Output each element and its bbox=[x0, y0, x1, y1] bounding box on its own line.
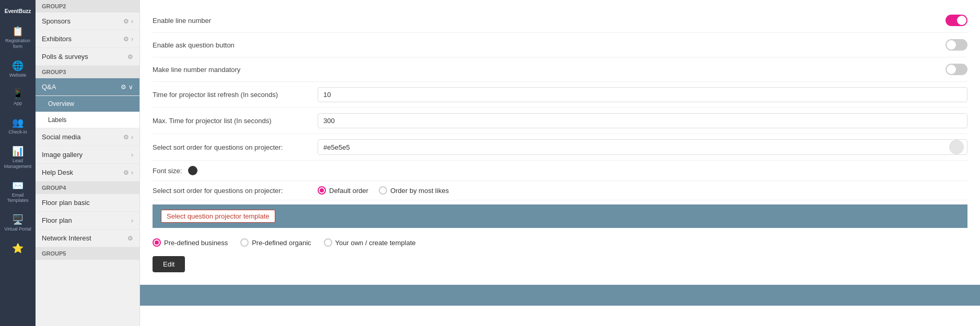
color-field-label-sort-order: Select sort order for questions on proje… bbox=[153, 143, 309, 151]
field-input-projector-max-time[interactable] bbox=[318, 113, 967, 128]
arrow-icon-help-desk: › bbox=[131, 169, 133, 176]
field-row-projector-refresh: Time for projector list refresh (In seco… bbox=[153, 82, 967, 108]
sidebar-item-help-desk[interactable]: Help Desk ⚙ › bbox=[36, 164, 139, 182]
toggle-make-line-mandatory[interactable] bbox=[946, 64, 967, 75]
color-row-sort-order: Select sort order for questions on proje… bbox=[153, 134, 967, 161]
sub-item-label-overview: Overview bbox=[48, 100, 74, 107]
nav-label-virtual-portal: Virtual Portal bbox=[4, 226, 31, 232]
radio-option-predefined-organic[interactable]: Pre-defined organic bbox=[240, 238, 311, 247]
radio-label-your-own: Your own / create template bbox=[335, 239, 416, 247]
gear-icon-polls[interactable]: ⚙ bbox=[127, 53, 133, 61]
group2-header: GROUP2 bbox=[36, 0, 139, 13]
nav-label-lead-management: Lead Management bbox=[2, 158, 33, 170]
sidebar-item-social-media[interactable]: Social media ⚙ › bbox=[36, 128, 139, 146]
sidebar-label-qa: Q&A bbox=[42, 83, 56, 91]
nav-item-website[interactable]: 🌐 Website bbox=[0, 55, 36, 83]
star-icon: ⭐ bbox=[12, 243, 24, 254]
toggle-row-make-line-mandatory: Make line number mandatory bbox=[153, 57, 967, 82]
radio-option-most-likes[interactable]: Order by most likes bbox=[379, 186, 449, 195]
sidebar-item-image-gallery[interactable]: Image gallery › bbox=[36, 146, 139, 164]
sidebar: GROUP2 Sponsors ⚙ › Exhibitors ⚙ › Polls… bbox=[36, 0, 140, 326]
virtual-portal-icon: 🖥️ bbox=[12, 214, 24, 225]
radio-option-default-order[interactable]: Default order bbox=[318, 186, 368, 195]
app-logo: EventBuzz bbox=[3, 4, 33, 18]
toggle-row-enable-line-number: Enable line number bbox=[153, 8, 967, 33]
font-size-row: Font size: bbox=[153, 161, 967, 181]
gear-icon-sponsors[interactable]: ⚙ bbox=[123, 18, 129, 25]
email-templates-icon: ✉️ bbox=[12, 180, 24, 191]
nav-label-app: App bbox=[14, 101, 22, 106]
sidebar-item-polls-surveys[interactable]: Polls & surveys ⚙ bbox=[36, 48, 139, 66]
radio-circle-your-own bbox=[324, 238, 332, 247]
color-input-wrapper bbox=[318, 139, 967, 155]
sidebar-label-help-desk: Help Desk bbox=[42, 168, 73, 176]
field-label-projector-max-time: Max. Time for projector list (In seconds… bbox=[153, 117, 309, 125]
nav-label-email-templates: Email Templates bbox=[2, 192, 33, 204]
nav-item-lead-management[interactable]: 📊 Lead Management bbox=[0, 140, 36, 175]
nav-item-star[interactable]: ⭐ bbox=[0, 237, 36, 260]
color-circle[interactable] bbox=[949, 140, 964, 154]
nav-item-check-in[interactable]: 👥 Check-in bbox=[0, 112, 36, 140]
toggle-label-enable-line-number: Enable line number bbox=[153, 17, 211, 25]
toggle-enable-line-number[interactable] bbox=[946, 15, 967, 26]
arrow-icon-social-media: › bbox=[131, 134, 133, 141]
radio-label-most-likes: Order by most likes bbox=[390, 187, 449, 195]
section-header-projector-template: Select question projector template bbox=[153, 204, 967, 228]
sidebar-item-qa[interactable]: Q&A ⚙ ∨ bbox=[36, 78, 139, 96]
left-navigation: EventBuzz 📋 Registration form 🌐 Website … bbox=[0, 0, 36, 326]
sidebar-sub-item-overview[interactable]: Overview bbox=[36, 96, 139, 112]
color-input-sort-order[interactable] bbox=[318, 140, 949, 154]
sidebar-item-sponsors[interactable]: Sponsors ⚙ › bbox=[36, 13, 139, 30]
sidebar-label-exhibitors: Exhibitors bbox=[42, 35, 72, 43]
sidebar-item-network-interest[interactable]: Network Interest ⚙ bbox=[36, 230, 139, 247]
template-radio-row: Pre-defined business Pre-defined organic… bbox=[153, 232, 967, 253]
arrow-icon-sponsors: › bbox=[131, 18, 133, 25]
gear-icon-qa[interactable]: ⚙ bbox=[121, 83, 126, 91]
toggle-enable-ask-question[interactable] bbox=[946, 39, 967, 51]
group3-header: GROUP3 bbox=[36, 66, 139, 78]
nav-item-registration-form[interactable]: 📋 Registration form bbox=[0, 20, 36, 55]
sidebar-item-exhibitors[interactable]: Exhibitors ⚙ › bbox=[36, 30, 139, 48]
field-input-projector-refresh[interactable] bbox=[318, 87, 967, 102]
sub-item-label-labels: Labels bbox=[48, 116, 66, 124]
sort-order-radio-group: Default order Order by most likes bbox=[318, 186, 449, 195]
radio-label-predefined-business: Pre-defined business bbox=[164, 239, 228, 247]
gear-icon-exhibitors[interactable]: ⚙ bbox=[123, 35, 129, 43]
group5-header: GROUP5 bbox=[36, 247, 139, 260]
check-in-icon: 👥 bbox=[12, 117, 24, 128]
nav-item-app[interactable]: 📱 App bbox=[0, 83, 36, 112]
group4-header: GROUP4 bbox=[36, 182, 139, 194]
nav-label-registration: Registration form bbox=[2, 38, 33, 50]
font-size-label: Font size: bbox=[153, 167, 182, 175]
field-row-projector-max-time: Max. Time for projector list (In seconds… bbox=[153, 108, 967, 134]
toggle-knob-enable-line-number bbox=[957, 16, 966, 25]
radio-circle-most-likes bbox=[379, 186, 387, 195]
nav-item-virtual-portal[interactable]: 🖥️ Virtual Portal bbox=[0, 209, 36, 237]
app-icon: 📱 bbox=[12, 88, 24, 100]
section-header-title: Select question projector template bbox=[161, 210, 275, 223]
sidebar-sub-item-labels[interactable]: Labels bbox=[36, 112, 139, 128]
toggle-label-make-line-mandatory: Make line number mandatory bbox=[153, 66, 240, 74]
gear-icon-social-media[interactable]: ⚙ bbox=[123, 134, 129, 141]
edit-button[interactable]: Edit bbox=[153, 256, 185, 272]
gear-icon-help-desk[interactable]: ⚙ bbox=[123, 169, 129, 176]
toggle-row-enable-ask-question: Enable ask question button bbox=[153, 33, 967, 57]
sidebar-label-floor-plan-basic: Floor plan basic bbox=[42, 199, 90, 207]
sidebar-item-floor-plan[interactable]: Floor plan › bbox=[36, 212, 139, 230]
sidebar-item-floor-plan-basic[interactable]: Floor plan basic bbox=[36, 194, 139, 212]
gear-icon-network-interest[interactable]: ⚙ bbox=[127, 235, 133, 242]
nav-item-email-templates[interactable]: ✉️ Email Templates bbox=[0, 175, 36, 209]
radio-option-predefined-business[interactable]: Pre-defined business bbox=[153, 238, 228, 247]
website-icon: 🌐 bbox=[12, 60, 24, 71]
radio-option-your-own[interactable]: Your own / create template bbox=[324, 238, 416, 247]
nav-label-website: Website bbox=[9, 73, 26, 78]
arrow-icon-image-gallery: › bbox=[131, 151, 133, 159]
radio-circle-default-order bbox=[318, 186, 326, 195]
radio-label-predefined-organic: Pre-defined organic bbox=[252, 239, 311, 247]
field-label-projector-refresh: Time for projector list refresh (In seco… bbox=[153, 91, 309, 99]
radio-label-sort-order: Select sort order for questions on proje… bbox=[153, 187, 309, 195]
toggle-knob-ask-question bbox=[947, 40, 956, 50]
toggle-knob-make-line-mandatory bbox=[947, 65, 956, 74]
registration-form-icon: 📋 bbox=[12, 26, 24, 37]
arrow-icon-exhibitors: › bbox=[131, 35, 133, 43]
